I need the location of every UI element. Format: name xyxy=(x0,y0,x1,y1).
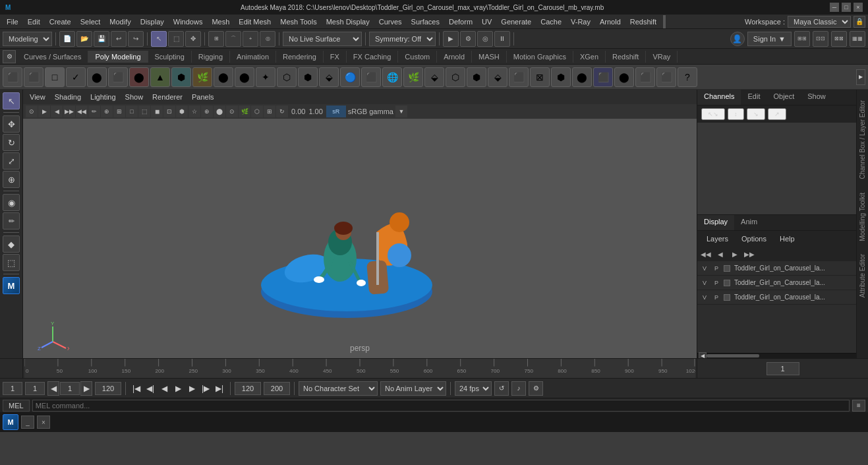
goto-start-button[interactable]: |◀ xyxy=(130,382,143,395)
vp-btn-7[interactable]: ⊕ xyxy=(101,106,113,117)
shelf-icon-5[interactable]: ⬤ xyxy=(87,67,107,87)
tab-redshift[interactable]: Redshift xyxy=(606,51,646,63)
maya-app-icon[interactable]: M xyxy=(3,414,18,430)
tab-curves-surfaces[interactable]: Curves / Surfaces xyxy=(17,51,88,63)
shelf-scroll-button[interactable]: ▶ xyxy=(856,69,865,85)
menu-cache[interactable]: Cache xyxy=(536,16,565,27)
layer-row-1[interactable]: V P Toddler_Girl_on_Carousel_la... xyxy=(697,261,868,276)
menu-select[interactable]: Select xyxy=(76,16,105,27)
frame-slider-btn-right[interactable]: ▶ xyxy=(80,381,92,396)
vp-btn-12[interactable]: ⊡ xyxy=(163,106,175,117)
layer-ctrl-fwd[interactable]: ▶▶ xyxy=(743,248,755,260)
menu-mesh-tools[interactable]: Mesh Tools xyxy=(276,16,320,27)
tab-custom[interactable]: Custom xyxy=(398,51,437,63)
menu-file[interactable]: File xyxy=(3,16,22,27)
sign-in-button[interactable]: Sign In ▼ xyxy=(747,32,792,46)
step-back-button[interactable]: ◀| xyxy=(144,382,157,395)
vp-menu-shading[interactable]: Shading xyxy=(51,92,85,102)
vp-btn-6[interactable]: ✏ xyxy=(88,106,100,117)
right-tab-attribute[interactable]: Attribute Editor xyxy=(857,249,867,303)
menu-uv[interactable]: UV xyxy=(478,16,496,27)
vp-btn-15[interactable]: ⊕ xyxy=(201,106,213,117)
snap-grid-button[interactable]: ⊞ xyxy=(208,31,224,47)
maya-logo-button[interactable]: M xyxy=(3,277,20,294)
open-file-button[interactable]: 📂 xyxy=(76,31,92,47)
vp-btn-5[interactable]: ◀◀ xyxy=(76,106,88,117)
redo-button[interactable]: ↪ xyxy=(128,31,144,47)
undo-button[interactable]: ↩ xyxy=(111,31,127,47)
layers-scroll-thumb[interactable] xyxy=(707,354,759,357)
vp-btn-14[interactable]: ☆ xyxy=(188,106,200,117)
menu-redshift[interactable]: Redshift xyxy=(626,16,660,27)
gamma-icon-button[interactable]: sR xyxy=(326,106,346,117)
menu-modify[interactable]: Modify xyxy=(105,16,134,27)
shelf-icon-6[interactable]: ⬛ xyxy=(108,67,128,87)
shelf-icon-8[interactable]: ▲ xyxy=(150,67,170,87)
character-set-select[interactable]: No Character Set xyxy=(299,381,378,396)
da-tab-display[interactable]: Display xyxy=(697,215,734,230)
anim-layer-select[interactable]: No Anim Layer xyxy=(380,381,446,396)
select-tool-left-button[interactable]: ↖ xyxy=(3,92,20,109)
prev-frame-button[interactable]: ◀ xyxy=(158,382,171,395)
menu-curves[interactable]: Curves xyxy=(375,16,406,27)
snap-curve-button[interactable]: ⌒ xyxy=(225,31,241,47)
range-start-input[interactable] xyxy=(235,382,261,395)
layer-row-2[interactable]: V P Toddler_Girl_on_Carousel_la... xyxy=(697,276,868,290)
tab-xgen[interactable]: XGen xyxy=(573,51,606,63)
viewport-canvas[interactable]: X Y Z persp xyxy=(23,119,697,358)
right-tab-modelling[interactable]: Modelling Toolkit xyxy=(857,187,867,247)
timeline-ruler[interactable]: 0 50 100 150 200 250 300 350 400 450 500… xyxy=(24,359,695,378)
snap-view-button[interactable]: ◎ xyxy=(260,31,275,47)
shelf-icon-27[interactable]: ⬢ xyxy=(551,67,571,87)
shelf-icon-18[interactable]: ⬛ xyxy=(361,67,381,87)
tab-sculpting[interactable]: Sculpting xyxy=(148,51,192,63)
command-line-input[interactable] xyxy=(32,400,850,412)
shelf-icon-14[interactable]: ⬡ xyxy=(277,67,297,87)
shelf-icon-13[interactable]: ✦ xyxy=(256,67,275,87)
shelf-icon-7[interactable]: ⬤ xyxy=(129,67,149,87)
vp-btn-10[interactable]: ⬚ xyxy=(138,106,150,117)
toolbar-extra-3[interactable]: ⊠⊠ xyxy=(831,31,847,47)
tab-poly-modeling[interactable]: Poly Modeling xyxy=(88,51,148,63)
da-tab-anim[interactable]: Anim xyxy=(734,215,764,230)
vp-btn-21[interactable]: ↻ xyxy=(276,106,288,117)
shelf-icon-2[interactable]: ⬛ xyxy=(24,67,43,87)
marquee-button[interactable]: ⬚ xyxy=(3,254,20,271)
channel-header-btn-3[interactable]: ↘ xyxy=(747,108,765,120)
render-button[interactable]: ▶ xyxy=(443,31,459,47)
vp-btn-1[interactable]: ⊙ xyxy=(26,106,38,117)
shelf-icon-16[interactable]: ⬙ xyxy=(319,67,339,87)
shelf-icon-24[interactable]: ⬙ xyxy=(488,67,507,87)
snap-point-button[interactable]: + xyxy=(243,31,258,47)
layers-btn-help[interactable]: Help xyxy=(774,233,800,244)
right-tab-channel-box[interactable]: Channel Box / Layer Editor xyxy=(857,95,867,185)
vp-btn-8[interactable]: ⊞ xyxy=(113,106,125,117)
fps-select[interactable]: 24 fps xyxy=(455,381,492,396)
vp-btn-13[interactable]: ⬢ xyxy=(176,106,188,117)
layer-row-3[interactable]: V P Toddler_Girl_on_Carousel_la... xyxy=(697,290,868,305)
shelf-icon-9[interactable]: ⬢ xyxy=(171,67,191,87)
channel-header-btn-1[interactable]: ↖↘ xyxy=(701,108,725,120)
next-frame-button[interactable]: ▶ xyxy=(185,382,198,395)
vp-menu-lighting[interactable]: Lighting xyxy=(86,92,120,102)
shelf-icon-19[interactable]: 🌐 xyxy=(382,67,402,87)
universal-manip-button[interactable]: ⊕ xyxy=(3,171,20,188)
channel-tab-edit[interactable]: Edit xyxy=(741,90,767,105)
frame-start-input[interactable] xyxy=(3,382,22,395)
shelf-icon-3[interactable]: □ xyxy=(45,67,65,87)
playback-settings-button[interactable]: ↺ xyxy=(494,381,509,396)
shelf-icon-20[interactable]: 🌿 xyxy=(403,67,423,87)
vp-btn-4[interactable]: ▶▶ xyxy=(63,106,75,117)
tab-animation[interactable]: Animation xyxy=(230,51,276,63)
shelf-icon-29[interactable]: ⬛ xyxy=(593,67,613,87)
pause-render-button[interactable]: ⏸ xyxy=(494,31,510,47)
vp-btn-2[interactable]: ▶ xyxy=(38,106,50,117)
gamma-dropdown-button[interactable]: ▼ xyxy=(395,106,407,117)
vp-btn-16[interactable]: ⬤ xyxy=(214,106,225,117)
shelf-icon-1[interactable]: ⬛ xyxy=(3,67,22,87)
frame-current-input-1[interactable] xyxy=(25,382,45,395)
app-minimize-button[interactable]: _ xyxy=(21,416,34,429)
tab-vray[interactable]: VRay xyxy=(646,51,678,63)
user-icon-button[interactable]: 👤 xyxy=(730,32,745,46)
mel-tab[interactable]: MEL xyxy=(3,400,30,412)
